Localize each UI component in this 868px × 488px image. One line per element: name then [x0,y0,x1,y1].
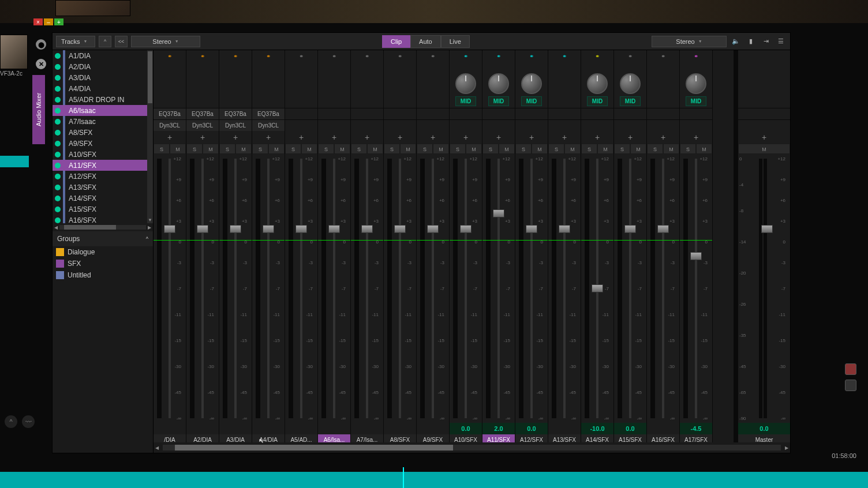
link-icon[interactable]: ⚭ [219,50,252,62]
track-enable-dot[interactable] [55,152,61,157]
insert-eq[interactable] [548,108,581,119]
gain-value[interactable]: 0.0 [614,423,646,434]
fader[interactable]: +12+9+6+30-3-7-11-15-30-45-∞ [154,154,186,423]
mute-button[interactable]: M [466,144,482,154]
add-insert-button[interactable]: + [482,131,515,144]
link-icon[interactable]: ⚭ [647,50,679,62]
meter-icon[interactable]: ▮ [745,36,757,47]
solo-button[interactable]: S [680,144,696,154]
add-insert-button[interactable]: + [581,131,613,144]
track-enable-dot[interactable] [55,217,61,223]
insert-dyn[interactable] [450,119,482,131]
tracklist-scrollbar[interactable]: ▲ ▼ [147,50,153,223]
link-icon[interactable]: ⚭ [482,50,515,62]
mute-button[interactable]: M [235,144,252,154]
track-row-A14/SFX[interactable]: A14/SFX [53,193,147,204]
menu-icon[interactable]: ☰ [775,36,787,47]
master-fader-knob[interactable] [761,225,773,233]
fader-knob[interactable] [164,225,175,233]
fader-knob[interactable] [295,225,307,233]
mute-button[interactable]: M [630,144,646,154]
insert-eq[interactable] [680,108,712,119]
hscroll-right-icon[interactable]: ▶ [146,225,153,230]
track-enable-dot[interactable] [55,196,61,201]
scroll-down-icon[interactable]: ▼ [147,217,153,223]
mute-button[interactable]: M [433,144,449,154]
solo-button[interactable]: S [647,144,663,154]
track-enable-dot[interactable] [55,141,61,147]
record-marker-icon[interactable] [845,363,856,375]
fader-knob[interactable] [427,225,439,233]
gain-value[interactable] [351,423,383,434]
mute-button[interactable]: M [170,144,186,154]
insert-eq[interactable]: EQ37Ba [252,108,285,119]
fader-knob[interactable] [624,225,636,233]
track-row-A11/SFX[interactable]: A11/SFX [53,160,147,171]
fader[interactable]: +12+9+6+30-3-7-11-15-30-45-∞ [482,154,515,423]
fader[interactable]: +12+9+6+30-3-7-11-15-30-45-∞ [581,154,613,423]
fader-knob[interactable] [493,209,504,217]
insert-eq[interactable] [482,108,515,119]
mute-button[interactable]: M [301,144,317,154]
link-icon[interactable]: ⚭ [581,50,613,62]
window-add-button[interactable]: + [54,18,63,25]
gain-value[interactable] [186,423,219,434]
insert-dyn[interactable] [285,119,317,131]
gain-value[interactable] [219,423,252,434]
gain-value[interactable]: -10.0 [581,423,613,434]
insert-eq[interactable] [647,108,679,119]
fader[interactable]: +12+9+6+30-3-7-11-15-30-45-∞ [351,154,383,423]
link-icon[interactable]: ⚭ [515,50,548,62]
add-insert-button[interactable]: + [186,131,219,144]
fader-knob[interactable] [526,225,537,233]
fader-knob[interactable] [559,225,570,233]
collapse-up-button[interactable]: ^ [99,36,111,47]
link-icon[interactable]: ⚭ [417,50,449,62]
mid-button[interactable]: MID [521,96,542,106]
solo-button[interactable]: S [186,144,203,154]
track-row-A1/DIA[interactable]: A1/DIA [53,50,147,61]
track-row-A8/SFX[interactable]: A8/SFX [53,127,147,138]
link-icon[interactable]: ⚭ [252,50,285,62]
solo-button[interactable]: S [384,144,400,154]
solo-button[interactable]: S [285,144,301,154]
grid-icon[interactable] [845,380,856,391]
fader-knob[interactable] [460,225,472,233]
fader[interactable]: +12+9+6+30-3-7-11-15-30-45-∞ [252,154,285,423]
link-icon[interactable]: ⚭ [680,50,712,62]
hscroll-thumb[interactable] [64,225,116,230]
solo-button[interactable]: S [219,144,235,154]
window-minimize-button[interactable]: – [44,18,53,25]
fader-knob[interactable] [592,284,603,292]
track-enable-dot[interactable] [55,130,61,136]
add-insert-button[interactable]: + [384,131,416,144]
add-insert-button[interactable]: + [548,131,581,144]
fader-knob[interactable] [230,225,241,233]
insert-dyn[interactable] [384,119,416,131]
mute-button[interactable]: M [499,144,515,154]
link-icon[interactable]: ⚭ [450,50,482,62]
solo-button[interactable]: S [417,144,433,154]
add-insert-button[interactable]: + [647,131,679,144]
group-row-Untitled[interactable]: Untitled [53,269,153,281]
tracklist-hscroll[interactable]: ◀ ▶ [53,223,153,231]
mid-button[interactable]: MID [620,96,641,106]
insert-eq[interactable] [614,108,646,119]
mute-button[interactable]: M [532,144,548,154]
fader[interactable]: +12+9+6+30-3-7-11-15-30-45-∞ [285,154,317,423]
track-row-A10/SFX[interactable]: A10/SFX [53,149,147,160]
playhead[interactable] [403,467,404,488]
insert-eq[interactable] [581,108,613,119]
fader[interactable]: +12+9+6+30-3-7-11-15-30-45-∞ [186,154,219,423]
io-icon[interactable]: ⇥ [760,36,772,47]
insert-dyn[interactable] [614,119,646,131]
mute-button[interactable]: M [268,144,285,154]
pin-button[interactable]: ⬤ [36,39,46,50]
pan-knob[interactable] [587,73,608,94]
solo-button[interactable]: S [515,144,532,154]
insert-eq[interactable] [318,108,350,119]
fader-knob[interactable] [657,225,669,233]
fader[interactable]: +12+9+6+30-3-7-11-15-30-45-∞ [614,154,646,423]
gain-value[interactable]: 0.0 [450,423,482,434]
gain-value[interactable]: -4.5 [680,423,712,434]
